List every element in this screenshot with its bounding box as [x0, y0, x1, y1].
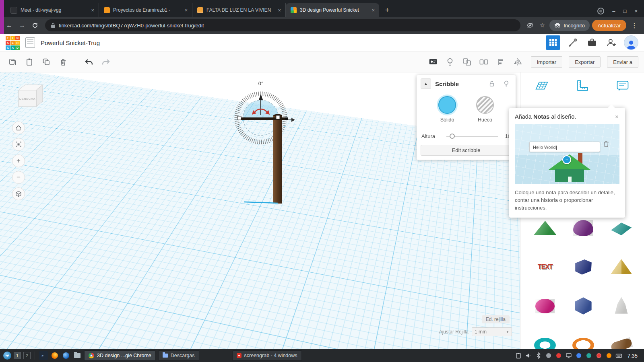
scale-handle-left[interactable] [237, 116, 241, 120]
collapse-panel-button[interactable]: ▲ [421, 78, 431, 89]
shape-pink-hemisphere[interactable] [530, 292, 560, 321]
shape-red-text[interactable]: TEXT [530, 253, 560, 282]
shape-teal-torus[interactable] [530, 331, 560, 350]
height-slider[interactable] [446, 136, 498, 137]
snap-grid-select[interactable]: 1 mm ▼ [472, 327, 512, 336]
shape-blue-polygon[interactable] [568, 292, 599, 321]
fit-view-button[interactable] [12, 138, 25, 151]
viewport-3d[interactable]: Plano de trabajo DERECHA + − [0, 72, 520, 349]
new-tab-button[interactable]: + [382, 4, 393, 16]
briefcase-icon[interactable] [585, 36, 599, 49]
window-maximize-button[interactable]: □ [623, 8, 627, 14]
solid-option[interactable]: Sólido [438, 96, 456, 123]
browser-launcher-icon[interactable] [62, 351, 70, 360]
export-button[interactable]: Exportar [569, 56, 601, 68]
notes-tool-button[interactable] [613, 76, 633, 96]
app-menu-icon[interactable] [3, 352, 11, 360]
media-indicator-icon[interactable] [597, 8, 604, 14]
copy-button[interactable] [6, 55, 19, 69]
tab-proyectos[interactable]: Proyectos de Eramirezb1 - × [99, 3, 192, 17]
user-avatar[interactable] [624, 35, 638, 50]
scale-handle-end[interactable] [285, 117, 288, 120]
mirror-button[interactable] [511, 55, 524, 69]
tab-close-button[interactable]: × [90, 7, 95, 13]
delete-button[interactable] [56, 55, 70, 69]
eye-hidden-icon[interactable] [525, 21, 535, 30]
files-launcher-icon[interactable] [73, 351, 82, 360]
lock-shape-button[interactable] [487, 78, 497, 89]
zoom-out-button[interactable]: − [12, 171, 25, 184]
popover-close-button[interactable]: × [614, 113, 619, 119]
edit-scribble-button[interactable]: Edit scribble [421, 145, 512, 156]
taskbar-window-chrome[interactable]: 3D design ...gle Chrome [84, 350, 156, 361]
tab-meet[interactable]: Meet - dti-wyaj-vgg × [6, 3, 99, 17]
height-slider-knob[interactable] [450, 134, 455, 139]
volume-icon[interactable] [525, 352, 532, 359]
edit-grid-button[interactable]: Ed. rejilla [482, 315, 510, 323]
window-close-button[interactable]: × [634, 8, 638, 14]
hollow-option[interactable]: Hueco [476, 96, 494, 123]
notes-visibility-button[interactable] [426, 55, 440, 69]
undo-button[interactable] [82, 55, 96, 69]
bookmark-star-icon[interactable]: ☆ [537, 21, 547, 30]
workspace-1[interactable]: 1 [14, 352, 21, 359]
back-button[interactable]: ← [4, 20, 14, 31]
taskbar-clock[interactable]: 7:35 [625, 353, 641, 359]
shape-teal-wedge[interactable] [606, 214, 637, 243]
taskbar-window-descargas[interactable]: Descargas [158, 350, 199, 361]
url-bar[interactable]: tinkercad.com/things/btBQ77qWZH0-powerfu… [45, 19, 520, 31]
screengrab-indicator-icon[interactable] [595, 352, 603, 359]
post-shape[interactable] [273, 115, 282, 204]
status-dot-icon[interactable] [545, 352, 552, 359]
tinkercad-logo[interactable]: T I N K E R C A D [6, 36, 20, 50]
bluetooth-icon[interactable] [535, 352, 542, 359]
shape-white-paraboloid[interactable] [606, 292, 637, 321]
shape-yellow-pyramid[interactable] [606, 253, 637, 282]
firefox-launcher-icon[interactable] [50, 351, 59, 360]
shape-orange-torus[interactable] [568, 331, 599, 350]
tools-wrench-icon[interactable] [566, 36, 580, 49]
shape-brown-tube[interactable] [606, 331, 637, 350]
send-to-button[interactable]: Enviar a [607, 56, 638, 68]
keyboard-icon[interactable] [615, 352, 623, 359]
app-indicator-orange-icon[interactable] [605, 352, 613, 359]
clipboard-icon[interactable] [515, 352, 522, 359]
design-properties-icon[interactable] [25, 37, 35, 48]
app-indicator-teal-icon[interactable] [585, 352, 592, 359]
forward-button[interactable]: → [17, 20, 27, 31]
chrome-update-button[interactable]: Actualizar [592, 20, 626, 31]
add-person-icon[interactable] [605, 36, 618, 49]
shape-blue-box[interactable] [568, 253, 599, 282]
group-button[interactable] [460, 55, 474, 69]
notification-icon[interactable] [555, 352, 562, 359]
redo-button[interactable] [99, 55, 113, 69]
duplicate-button[interactable] [39, 55, 53, 69]
zoom-in-button[interactable]: + [12, 154, 25, 167]
paste-button[interactable] [23, 55, 36, 69]
tab-close-button[interactable]: × [370, 7, 376, 13]
tab-3d-design-active[interactable]: 3D design Powerful Snicket × [286, 3, 379, 17]
dashboard-grid-button[interactable] [546, 35, 560, 50]
terminal-launcher-icon[interactable]: >_ [39, 351, 48, 360]
taskbar-window-screengrab[interactable]: screengrab - 4 windows [232, 350, 302, 361]
ruler-tool-button[interactable] [572, 76, 592, 96]
perspective-toggle-button[interactable] [12, 187, 25, 200]
shape-purple-dome[interactable] [568, 214, 599, 243]
note-input[interactable]: Hello World [529, 142, 600, 152]
ungroup-button[interactable] [477, 55, 491, 69]
scale-handle-right[interactable] [276, 115, 280, 119]
workplane-tool-button[interactable] [532, 76, 552, 96]
move-arrow[interactable] [291, 118, 295, 122]
browser-menu-icon[interactable]: ⋮ [629, 22, 640, 29]
app-indicator-blue-icon[interactable] [575, 352, 582, 359]
workspace-2[interactable]: 2 [23, 352, 31, 359]
shape-green-roof[interactable] [530, 214, 560, 243]
window-minimize-button[interactable]: – [612, 8, 615, 14]
home-view-button[interactable] [12, 121, 25, 134]
align-button[interactable] [494, 55, 508, 69]
lightbulb-icon[interactable] [443, 55, 457, 69]
display-icon[interactable] [565, 352, 572, 359]
hide-shape-bulb-button[interactable] [501, 78, 512, 89]
tab-close-button[interactable]: × [183, 7, 189, 13]
tab-falta-de-luz[interactable]: FALTA DE LUZ EN LA VIVIEN × [192, 3, 286, 17]
